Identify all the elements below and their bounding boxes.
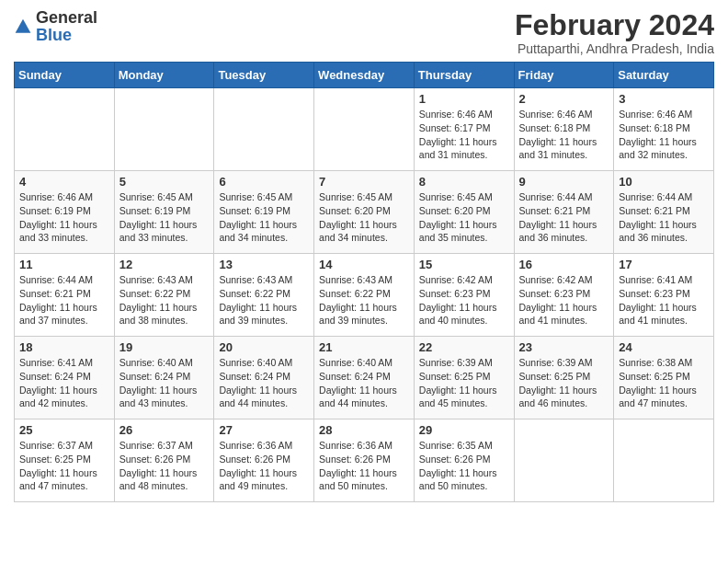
day-info: Sunrise: 6:40 AMSunset: 6:24 PMDaylight:… xyxy=(119,356,210,410)
calendar-cell: 20Sunrise: 6:40 AMSunset: 6:24 PMDayligh… xyxy=(214,337,314,419)
day-info: Sunrise: 6:45 AMSunset: 6:20 PMDaylight:… xyxy=(319,190,409,245)
day-info: Sunrise: 6:37 AMSunset: 6:25 PMDaylight:… xyxy=(19,439,109,493)
calendar-cell: 25Sunrise: 6:37 AMSunset: 6:25 PMDayligh… xyxy=(15,419,115,502)
calendar-cell: 15Sunrise: 6:42 AMSunset: 6:23 PMDayligh… xyxy=(414,254,514,337)
calendar-cell: 17Sunrise: 6:41 AMSunset: 6:23 PMDayligh… xyxy=(614,254,714,337)
month-title: February 2024 xyxy=(515,9,714,41)
day-number: 26 xyxy=(119,423,210,437)
day-number: 24 xyxy=(619,340,709,354)
title-area: February 2024 Puttaparthi, Andhra Prades… xyxy=(515,9,714,56)
day-number: 4 xyxy=(19,175,109,189)
calendar-cell: 27Sunrise: 6:36 AMSunset: 6:26 PMDayligh… xyxy=(214,419,314,502)
day-number: 9 xyxy=(519,175,609,189)
day-number: 10 xyxy=(619,175,709,189)
day-number: 13 xyxy=(219,258,309,271)
weekday-header-tuesday: Tuesday xyxy=(214,63,314,88)
calendar-cell: 28Sunrise: 6:36 AMSunset: 6:26 PMDayligh… xyxy=(314,419,415,502)
day-info: Sunrise: 6:45 AMSunset: 6:19 PMDaylight:… xyxy=(219,190,309,245)
calendar-cell: 1Sunrise: 6:46 AMSunset: 6:17 PMDaylight… xyxy=(414,88,514,171)
day-info: Sunrise: 6:42 AMSunset: 6:23 PMDaylight:… xyxy=(419,273,509,327)
day-number: 12 xyxy=(119,258,210,271)
calendar-cell xyxy=(114,88,214,171)
calendar-cell: 7Sunrise: 6:45 AMSunset: 6:20 PMDaylight… xyxy=(314,171,415,254)
calendar-cell: 19Sunrise: 6:40 AMSunset: 6:24 PMDayligh… xyxy=(114,337,214,419)
calendar-cell: 24Sunrise: 6:38 AMSunset: 6:25 PMDayligh… xyxy=(614,337,714,419)
day-number: 21 xyxy=(319,340,409,354)
calendar-week-row: 4Sunrise: 6:46 AMSunset: 6:19 PMDaylight… xyxy=(15,171,714,254)
day-number: 29 xyxy=(419,423,509,437)
day-info: Sunrise: 6:46 AMSunset: 6:18 PMDaylight:… xyxy=(519,108,609,162)
day-number: 20 xyxy=(219,340,309,354)
logo-blue-text: Blue xyxy=(36,26,72,44)
day-number: 18 xyxy=(19,340,109,354)
calendar-cell: 6Sunrise: 6:45 AMSunset: 6:19 PMDaylight… xyxy=(214,171,314,254)
day-number: 1 xyxy=(419,92,509,106)
day-number: 27 xyxy=(219,423,309,437)
calendar-cell: 10Sunrise: 6:44 AMSunset: 6:21 PMDayligh… xyxy=(614,171,714,254)
day-number: 16 xyxy=(519,258,609,271)
calendar-cell: 11Sunrise: 6:44 AMSunset: 6:21 PMDayligh… xyxy=(15,254,115,337)
day-info: Sunrise: 6:43 AMSunset: 6:22 PMDaylight:… xyxy=(219,273,309,327)
day-number: 8 xyxy=(419,175,509,189)
header: General Blue February 2024 Puttaparthi, … xyxy=(14,9,714,56)
location-title: Puttaparthi, Andhra Pradesh, India xyxy=(515,41,714,56)
day-info: Sunrise: 6:46 AMSunset: 6:19 PMDaylight:… xyxy=(19,190,109,245)
day-info: Sunrise: 6:46 AMSunset: 6:18 PMDaylight:… xyxy=(619,108,709,162)
calendar-body: 1Sunrise: 6:46 AMSunset: 6:17 PMDaylight… xyxy=(15,88,714,502)
day-info: Sunrise: 6:40 AMSunset: 6:24 PMDaylight:… xyxy=(219,356,309,410)
calendar-table: SundayMondayTuesdayWednesdayThursdayFrid… xyxy=(14,62,714,502)
day-number: 6 xyxy=(219,175,309,189)
calendar-cell: 22Sunrise: 6:39 AMSunset: 6:25 PMDayligh… xyxy=(414,337,514,419)
day-info: Sunrise: 6:43 AMSunset: 6:22 PMDaylight:… xyxy=(319,273,409,327)
day-number: 14 xyxy=(319,258,409,271)
day-number: 17 xyxy=(619,258,709,271)
day-info: Sunrise: 6:46 AMSunset: 6:17 PMDaylight:… xyxy=(419,108,509,162)
calendar-cell: 14Sunrise: 6:43 AMSunset: 6:22 PMDayligh… xyxy=(314,254,415,337)
day-number: 7 xyxy=(319,175,409,189)
calendar-cell: 21Sunrise: 6:40 AMSunset: 6:24 PMDayligh… xyxy=(314,337,415,419)
day-info: Sunrise: 6:41 AMSunset: 6:23 PMDaylight:… xyxy=(619,273,709,327)
calendar-cell: 9Sunrise: 6:44 AMSunset: 6:21 PMDaylight… xyxy=(514,171,614,254)
day-number: 15 xyxy=(419,258,509,271)
calendar-cell: 23Sunrise: 6:39 AMSunset: 6:25 PMDayligh… xyxy=(514,337,614,419)
calendar-cell xyxy=(314,88,415,171)
calendar-cell xyxy=(514,419,614,502)
weekday-header-friday: Friday xyxy=(514,63,614,88)
day-number: 5 xyxy=(119,175,210,189)
day-info: Sunrise: 6:44 AMSunset: 6:21 PMDaylight:… xyxy=(619,190,709,245)
calendar-cell: 13Sunrise: 6:43 AMSunset: 6:22 PMDayligh… xyxy=(214,254,314,337)
calendar-cell: 18Sunrise: 6:41 AMSunset: 6:24 PMDayligh… xyxy=(15,337,115,419)
weekday-header-wednesday: Wednesday xyxy=(314,63,415,88)
calendar-cell: 26Sunrise: 6:37 AMSunset: 6:26 PMDayligh… xyxy=(114,419,214,502)
weekday-header-row: SundayMondayTuesdayWednesdayThursdayFrid… xyxy=(15,63,714,88)
weekday-header-saturday: Saturday xyxy=(614,63,714,88)
logo: General Blue xyxy=(14,9,97,44)
day-info: Sunrise: 6:43 AMSunset: 6:22 PMDaylight:… xyxy=(119,273,210,327)
day-info: Sunrise: 6:45 AMSunset: 6:19 PMDaylight:… xyxy=(119,190,210,245)
day-number: 11 xyxy=(19,258,109,271)
day-info: Sunrise: 6:40 AMSunset: 6:24 PMDaylight:… xyxy=(319,356,409,410)
calendar-cell xyxy=(214,88,314,171)
day-info: Sunrise: 6:45 AMSunset: 6:20 PMDaylight:… xyxy=(419,190,509,245)
day-info: Sunrise: 6:44 AMSunset: 6:21 PMDaylight:… xyxy=(19,273,109,327)
day-number: 2 xyxy=(519,92,609,106)
day-info: Sunrise: 6:35 AMSunset: 6:26 PMDaylight:… xyxy=(419,439,509,493)
calendar-cell: 3Sunrise: 6:46 AMSunset: 6:18 PMDaylight… xyxy=(614,88,714,171)
day-number: 28 xyxy=(319,423,409,437)
calendar-cell: 2Sunrise: 6:46 AMSunset: 6:18 PMDaylight… xyxy=(514,88,614,171)
calendar-week-row: 1Sunrise: 6:46 AMSunset: 6:17 PMDaylight… xyxy=(15,88,714,171)
day-number: 25 xyxy=(19,423,109,437)
calendar-cell xyxy=(15,88,115,171)
svg-marker-0 xyxy=(16,19,31,33)
day-info: Sunrise: 6:41 AMSunset: 6:24 PMDaylight:… xyxy=(19,356,109,410)
day-info: Sunrise: 6:36 AMSunset: 6:26 PMDaylight:… xyxy=(219,439,309,493)
day-number: 3 xyxy=(619,92,709,106)
day-info: Sunrise: 6:38 AMSunset: 6:25 PMDaylight:… xyxy=(619,356,709,410)
weekday-header-thursday: Thursday xyxy=(414,63,514,88)
day-number: 22 xyxy=(419,340,509,354)
day-number: 19 xyxy=(119,340,210,354)
day-info: Sunrise: 6:39 AMSunset: 6:25 PMDaylight:… xyxy=(419,356,509,410)
logo-general-text: General xyxy=(36,8,97,27)
calendar-cell: 12Sunrise: 6:43 AMSunset: 6:22 PMDayligh… xyxy=(114,254,214,337)
weekday-header-sunday: Sunday xyxy=(15,63,115,88)
